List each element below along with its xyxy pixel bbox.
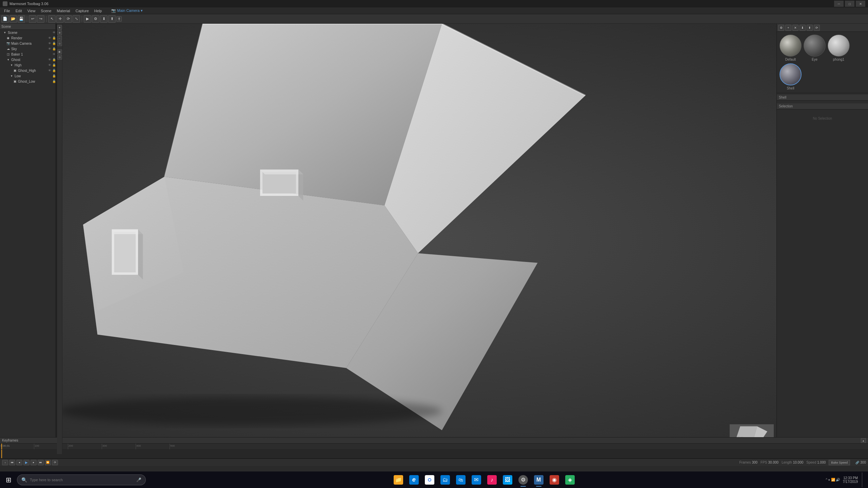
search-bar[interactable]: 🔍 🎤 [17, 474, 146, 485]
tl-prev-key-btn[interactable]: ⏮ [9, 460, 15, 465]
vt-btn-4[interactable]: ⊙ [57, 41, 62, 46]
panel-resize-handle[interactable] [55, 24, 57, 454]
rp-export-btn[interactable]: ⬆ [807, 25, 813, 31]
material-default[interactable]: Default [780, 35, 802, 61]
taskbar-app-mail[interactable]: ✉ [469, 472, 484, 487]
maximize-button[interactable]: □ [845, 1, 854, 7]
vt-btn-6[interactable]: ◎ [57, 55, 62, 60]
menu-scene[interactable]: Scene [38, 8, 54, 14]
shell-section-label: Shell [779, 96, 786, 99]
timeline-ruler[interactable]: 0:00.01 100 200 300 400 500 [0, 444, 868, 450]
scene-item-camera[interactable]: 📷 Main Camera 👁 🔒 [0, 41, 57, 46]
taskbar-app-chrome[interactable] [422, 472, 437, 487]
minimize-button[interactable]: ─ [834, 1, 844, 7]
sphere-eye[interactable] [804, 35, 826, 57]
ghost-eye-icon[interactable]: 👁 [47, 58, 52, 62]
taskbar-app-marmoset[interactable]: M [531, 472, 546, 487]
material-phong[interactable]: phong1 [828, 35, 850, 61]
toolbar-redo[interactable]: ↪ [37, 15, 44, 23]
taskbar-app-extra1[interactable]: ◉ [547, 472, 562, 487]
rp-settings-btn[interactable]: ⚙ [778, 25, 784, 31]
rp-delete-btn[interactable]: ✕ [792, 25, 798, 31]
toolbar-render[interactable]: ▶ [84, 15, 91, 23]
toolbar-settings[interactable]: ⚙ [92, 15, 99, 23]
taskbar-app-fileexplorer[interactable]: 📁 [391, 472, 406, 487]
scene-item-low[interactable]: ▾ Low 🔒 [0, 73, 57, 79]
menu-file[interactable]: File [1, 8, 13, 14]
svg-rect-7 [114, 232, 136, 272]
render-eye-icon[interactable]: 👁 [47, 36, 52, 40]
toolbar-scale[interactable]: ⤡ [73, 15, 80, 23]
tl-play-btn[interactable]: ▶ [23, 460, 29, 465]
material-eye[interactable]: Eye [804, 35, 826, 61]
menu-edit[interactable]: Edit [13, 8, 25, 14]
material-spheres: Default Eye phong1 Shell [777, 32, 868, 93]
taskbar-system-tray: ^ ♦ 📶 🔊 12:33 PM 7/17/2019 [822, 472, 868, 487]
material-shell[interactable]: Shell [780, 63, 802, 90]
menu-view[interactable]: View [25, 8, 38, 14]
ghost-high-eye-icon[interactable]: 👁 [47, 68, 52, 73]
tl-next-key-btn[interactable]: ⏭ [38, 460, 44, 465]
settings-icon: ⚙ [518, 475, 528, 485]
high-eye-icon[interactable]: 👁 [47, 63, 52, 67]
toolbar-select[interactable]: ↖ [48, 15, 56, 23]
sphere-phong[interactable] [828, 35, 850, 57]
taskbar-app-store[interactable]: 🛍 [453, 472, 468, 487]
scene-item-scene[interactable]: ▾ Scene 👁 [0, 30, 57, 35]
vt-btn-5[interactable]: ▣ [57, 49, 62, 54]
tl-loop-btn[interactable]: ⟳ [52, 460, 58, 465]
toolbar-rotate[interactable]: ⟳ [64, 15, 72, 23]
rp-refresh-btn[interactable]: ⟳ [814, 25, 820, 31]
show-desktop[interactable] [862, 472, 865, 487]
clock[interactable]: 12:33 PM 7/17/2019 [843, 476, 858, 484]
menu-capture[interactable]: Capture [73, 8, 92, 14]
scene-item-ghost-high[interactable]: ▣ Ghost_High 👁 🔒 [0, 68, 57, 73]
tl-key-btn[interactable]: ⬦ [2, 460, 8, 465]
toolbar-import[interactable]: ⬇ [100, 15, 107, 23]
toolbar-camera-tool[interactable]: ╋ [116, 16, 122, 22]
start-button[interactable]: ⊞ [0, 471, 17, 488]
rp-import-btn[interactable]: ⬇ [800, 25, 806, 31]
mic-icon[interactable]: 🎤 [136, 477, 141, 482]
vt-btn-2[interactable]: ⊕ [57, 30, 62, 35]
scene-item-high[interactable]: ▾ High 👁 🔒 [0, 62, 57, 68]
scene-item-render[interactable]: ◉ Render 👁 🔒 [0, 35, 57, 41]
taskbar-app-files[interactable]: 🗂 [438, 472, 453, 487]
tl-bake-speed-btn[interactable]: Bake Speed [829, 460, 850, 465]
timeline-collapse-btn[interactable]: ▴ [861, 438, 866, 443]
toolbar-export[interactable]: ⬆ [108, 15, 116, 23]
svg-rect-11 [262, 172, 296, 194]
menu-material[interactable]: Material [54, 8, 73, 14]
scene-item-ghost[interactable]: ▾ Ghost 👁 🔒 [0, 57, 57, 62]
taskbar-app-extra2[interactable]: ◈ [563, 472, 577, 487]
taskbar-app-settings[interactable]: ⚙ [516, 472, 531, 487]
toolbar-open[interactable]: 📂 [9, 15, 17, 23]
tl-next-frame-btn[interactable]: ▸ [31, 460, 37, 465]
viewport[interactable] [62, 24, 776, 454]
camera-selector[interactable]: 📷 Main Camera ▾ [111, 8, 142, 13]
toolbar-undo[interactable]: ↩ [29, 15, 36, 23]
menu-help[interactable]: Help [92, 8, 105, 14]
sphere-default[interactable] [780, 35, 802, 57]
scene-item-ghost-low[interactable]: ▣ Ghost_Low 🔒 [0, 79, 57, 84]
taskbar-app-edge[interactable]: e [407, 472, 421, 487]
camera-eye-icon[interactable]: 👁 [47, 41, 52, 45]
toolbar-save[interactable]: 💾 [18, 15, 25, 23]
scene-item-baker[interactable]: ◫ Baker 1 👁 [0, 52, 57, 57]
tl-prev-frame-btn[interactable]: ◂ [16, 460, 22, 465]
taskbar-app-photos[interactable]: 🖼 [500, 472, 515, 487]
close-button[interactable]: ✕ [856, 1, 865, 7]
sphere-shell[interactable] [780, 63, 802, 85]
ruler-mark-200: 200 [68, 444, 68, 449]
toolbar-move[interactable]: ✛ [56, 15, 64, 23]
rp-add-btn[interactable]: + [785, 25, 791, 31]
vt-btn-3[interactable]: ↔ [57, 36, 62, 41]
scene-item-sky[interactable]: ☁ Sky 👁 🔒 [0, 46, 57, 52]
vt-btn-1[interactable]: ◈ [57, 25, 62, 30]
toolbar-new[interactable]: 📄 [1, 15, 9, 23]
timeline-track[interactable] [0, 450, 868, 459]
sky-eye-icon[interactable]: 👁 [47, 47, 52, 51]
tl-end-btn[interactable]: ⏩ [45, 460, 51, 465]
taskbar-app-groove[interactable]: ♪ [485, 472, 499, 487]
search-input[interactable] [30, 478, 134, 482]
